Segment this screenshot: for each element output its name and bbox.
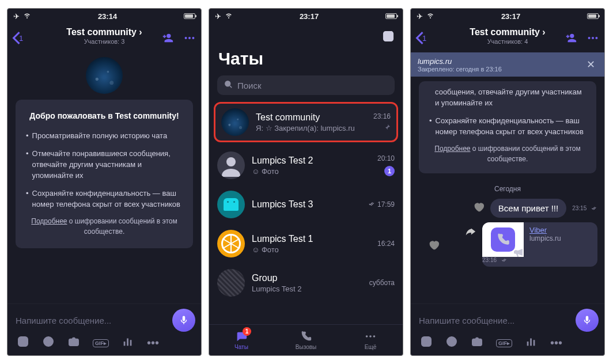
svg-point-24	[424, 340, 425, 341]
chat-title: Test community ›	[470, 27, 545, 37]
status-bar: ✈ 23:17	[411, 9, 604, 24]
encryption-more-link[interactable]: Подробнее	[434, 145, 470, 153]
wifi-icon	[23, 12, 31, 21]
page-title: Чаты	[218, 49, 263, 69]
sticker-icon[interactable]	[42, 335, 55, 351]
tab-badge: 1	[243, 327, 251, 336]
encryption-more: Подробнее о шифровании сообщений в этом …	[26, 217, 183, 237]
search-input[interactable]: Поиск	[217, 75, 395, 95]
sticker-icon[interactable]	[445, 335, 458, 351]
chat-item[interactable]: Lumpics Test 2 ☺ Фото 20:10 1	[209, 146, 403, 185]
voice-message-button[interactable]	[576, 309, 599, 332]
chat-item[interactable]: Lumpics Test 3 17:59	[209, 185, 403, 224]
svg-point-10	[72, 340, 75, 344]
tab-chats[interactable]: 1 Чаты	[209, 325, 274, 355]
smiley-icon[interactable]	[420, 335, 433, 351]
svg-point-2	[192, 37, 194, 39]
add-participant-icon[interactable]	[161, 32, 175, 44]
poll-icon[interactable]	[122, 335, 134, 351]
search-icon	[224, 80, 233, 90]
chat-item-test-community[interactable]: Test community Я: ☆ Закрепил(а): lumpics…	[214, 102, 398, 142]
screen-community-welcome: ✈ 23:14 1 Test community › Участников: 3	[7, 8, 202, 356]
wifi-icon	[426, 12, 434, 21]
close-icon[interactable]: ✕	[584, 56, 597, 73]
battery-icon	[587, 13, 599, 19]
add-participant-icon[interactable]	[564, 32, 578, 44]
chat-preview: Lumpics Test 2	[252, 285, 362, 293]
tab-more[interactable]: Ещё	[338, 325, 403, 355]
camera-icon[interactable]	[67, 335, 80, 351]
chat-title-block[interactable]: Test community › Участников: 3	[66, 27, 142, 45]
chat-name: Lumpics Test 1	[252, 234, 370, 244]
gif-icon[interactable]: GIF▸	[93, 339, 109, 347]
chat-time: 16:24	[377, 240, 395, 248]
message-input[interactable]: Напишите сообщение...	[13, 312, 168, 329]
svg-rect-11	[124, 342, 126, 346]
composer-more-icon[interactable]: •••	[147, 336, 159, 350]
encryption-more-link[interactable]: Подробнее	[31, 217, 67, 225]
nav-bar: 1 Test community › Участников: 3	[7, 24, 201, 52]
svg-rect-23	[422, 337, 432, 347]
svg-point-7	[46, 340, 47, 341]
like-button[interactable]	[428, 239, 440, 253]
svg-point-1	[188, 37, 191, 39]
pin-icon	[384, 124, 391, 132]
camera-icon[interactable]	[471, 335, 483, 351]
svg-rect-13	[130, 340, 132, 346]
composer-more-icon[interactable]: •••	[550, 336, 562, 350]
svg-point-22	[595, 37, 597, 39]
chat-item[interactable]: Group Lumpics Test 2 суббота	[209, 263, 403, 302]
date-separator: Сегодня	[411, 185, 604, 193]
link-thumbnail	[482, 222, 524, 257]
megaphone-icon	[512, 245, 526, 259]
welcome-bullet: Просматривайте полную историю чата	[26, 131, 183, 142]
composer: Напишите сообщение... GIF▸ •••	[411, 304, 604, 355]
message-bubble[interactable]: Всем привет !!!	[490, 199, 566, 218]
svg-rect-31	[527, 342, 529, 346]
chat-item[interactable]: Lumpics Test 1 ☺ Фото 16:24	[209, 224, 403, 263]
message-input[interactable]: Напишите сообщение...	[417, 312, 571, 329]
chat-avatar	[217, 151, 245, 179]
chat-name: Lumpics Test 2	[252, 156, 370, 166]
battery-icon	[385, 13, 397, 19]
back-button[interactable]: 1	[415, 32, 426, 44]
smiley-icon[interactable]	[17, 335, 29, 351]
message-time: 23:15	[572, 205, 597, 211]
svg-point-4	[21, 340, 22, 341]
svg-point-17	[366, 335, 368, 338]
gif-icon[interactable]: GIF▸	[496, 339, 512, 347]
svg-point-20	[588, 37, 591, 39]
chat-title-block[interactable]: Test community › Участников: 4	[470, 27, 545, 45]
compose-button[interactable]	[382, 30, 395, 43]
chat-time: 20:10	[377, 154, 395, 162]
more-options-icon[interactable]	[586, 32, 600, 44]
chat-avatar	[217, 230, 245, 257]
more-options-icon[interactable]	[183, 32, 196, 44]
svg-point-18	[369, 335, 372, 338]
community-avatar[interactable]	[86, 57, 123, 94]
svg-point-30	[475, 340, 479, 344]
share-button[interactable]	[464, 226, 476, 241]
welcome-title: Добро пожаловать в Test community!	[26, 110, 183, 122]
svg-point-5	[24, 340, 25, 341]
back-button[interactable]: 1	[12, 32, 23, 44]
voice-message-button[interactable]	[172, 309, 195, 332]
chat-list: Test community Я: ☆ Закрепил(а): lumpics…	[209, 101, 403, 324]
like-button[interactable]	[473, 201, 485, 215]
status-bar: ✈ 23:17	[209, 9, 403, 24]
chat-avatar	[221, 108, 249, 136]
tab-calls[interactable]: Вызовы	[274, 325, 338, 355]
pinned-message-bar[interactable]: lumpics.ru Закреплено: сегодня в 23:16 ✕	[411, 52, 604, 77]
welcome-bullet: сообщения, отвечайте другим участникам и…	[429, 87, 586, 109]
message-time: 23:16	[482, 257, 597, 267]
poll-icon[interactable]	[525, 335, 538, 351]
unread-badge: 1	[384, 166, 395, 176]
chat-subtitle: Участников: 4	[470, 38, 545, 45]
screen-chat-list: ✈ 23:17 Чаты Поиск Test community Я: ☆ З…	[209, 8, 403, 356]
welcome-bullet: Сохраняйте конфиденциальность — ваш номе…	[429, 116, 586, 138]
svg-rect-32	[530, 339, 532, 346]
link-domain: lumpics.ru	[529, 234, 561, 242]
svg-rect-12	[127, 339, 128, 346]
link-preview-card[interactable]: Viber lumpics.ru 23:16	[482, 222, 597, 267]
svg-point-28	[453, 340, 454, 341]
